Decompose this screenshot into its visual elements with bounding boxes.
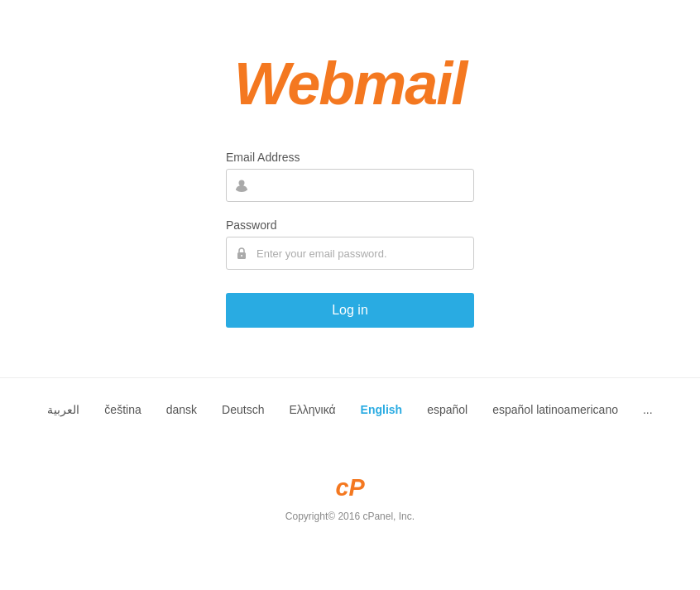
password-label: Password: [226, 218, 474, 232]
footer: cP Copyright© 2016 cPanel, Inc.: [285, 474, 415, 522]
lock-icon: [227, 247, 257, 260]
user-icon: [227, 179, 257, 192]
lang-item-de[interactable]: Deutsch: [222, 403, 264, 416]
lang-item-da[interactable]: dansk: [166, 403, 197, 416]
email-input-wrapper: [226, 169, 474, 202]
password-input-wrapper: [226, 237, 474, 270]
svg-point-1: [237, 188, 247, 192]
email-label: Email Address: [226, 151, 474, 164]
logo-area: Webmail: [234, 50, 467, 118]
lang-item-ar[interactable]: العربية: [47, 403, 79, 416]
lang-item-es_la[interactable]: español latinoamericano: [492, 403, 618, 416]
lang-item-en[interactable]: English: [361, 403, 403, 416]
svg-point-3: [241, 255, 242, 257]
cpanel-logo-icon: cP: [335, 474, 365, 504]
password-input[interactable]: [257, 237, 473, 269]
login-form: Email Address Password: [226, 151, 474, 328]
lang-item-cs[interactable]: čeština: [104, 403, 141, 416]
email-input[interactable]: [257, 170, 473, 201]
copyright-text: Copyright© 2016 cPanel, Inc.: [285, 511, 415, 522]
main-container: Webmail Email Address Password: [0, 0, 700, 522]
svg-point-0: [239, 180, 245, 186]
email-field-group: Email Address: [226, 151, 474, 202]
webmail-logo: Webmail: [234, 50, 467, 118]
lang-item-more[interactable]: ...: [643, 403, 653, 416]
svg-text:cP: cP: [335, 474, 365, 501]
password-field-group: Password: [226, 218, 474, 270]
lang-item-el[interactable]: Ελληνικά: [289, 403, 335, 416]
language-bar: العربيةčeštinadanskDeutschΕλληνικάEnglis…: [0, 377, 700, 441]
login-button[interactable]: Log in: [226, 293, 474, 328]
lang-item-es[interactable]: español: [427, 403, 467, 416]
